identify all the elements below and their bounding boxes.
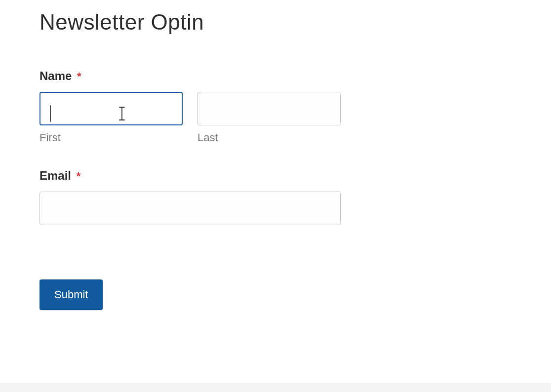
email-label-text: Email <box>39 169 71 182</box>
first-name-sublabel: First <box>39 131 183 144</box>
required-asterisk-icon: * <box>77 170 81 182</box>
last-name-sublabel: Last <box>197 131 341 144</box>
email-label: Email * <box>39 169 512 183</box>
name-field-group: Name * First Last <box>39 69 512 144</box>
last-name-input[interactable] <box>197 92 341 125</box>
email-input[interactable] <box>39 192 341 225</box>
first-name-input[interactable] <box>39 92 183 125</box>
text-caret-icon <box>50 105 51 122</box>
name-label-text: Name <box>39 69 72 82</box>
name-label: Name * <box>39 69 512 83</box>
submit-button[interactable]: Submit <box>39 279 103 310</box>
required-asterisk-icon: * <box>77 70 81 82</box>
page-title: Newsletter Optin <box>39 10 512 35</box>
email-field-group: Email * <box>39 169 512 225</box>
footer-strip <box>0 383 551 392</box>
